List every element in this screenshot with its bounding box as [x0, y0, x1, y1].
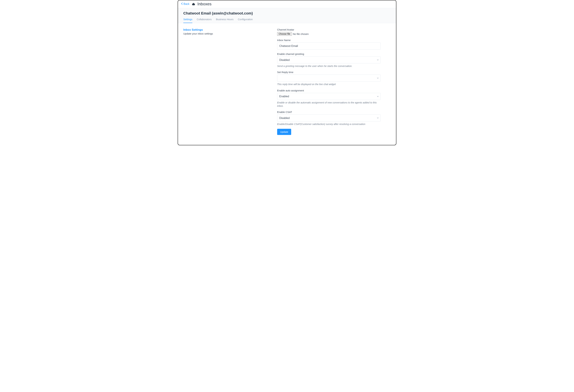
auto-assign-hint: Enable or disable the automatic assignme… — [277, 101, 381, 108]
csat-select[interactable]: Disabled — [277, 114, 381, 121]
section-subheading: Update your inbox settings — [183, 32, 270, 35]
inbox-name-input[interactable] — [277, 42, 381, 50]
file-status: No file chosen — [293, 33, 309, 35]
section-heading: Inbox Settings — [183, 28, 270, 32]
back-label: Back — [184, 2, 189, 5]
page-title: Inboxes — [198, 2, 211, 6]
inbox-name-label: Inbox Name — [277, 39, 381, 41]
tab-settings[interactable]: Settings — [183, 18, 192, 23]
update-button[interactable]: Update — [277, 129, 291, 135]
csat-hint: Enable/Disable CSAT(Customer satisfactio… — [277, 122, 381, 126]
greeting-select[interactable]: Disabled — [277, 56, 381, 63]
field-auto-assign: Enable auto assignment Enabled Enable or… — [277, 89, 381, 108]
tabs: Settings Collaborators Business Hours Co… — [183, 18, 391, 23]
tab-collaborators[interactable]: Collaborators — [197, 18, 211, 23]
greeting-hint: Send a greeting message to the user when… — [277, 64, 381, 68]
back-link[interactable]: Back — [181, 2, 189, 5]
field-channel-avatar: Channel Avatar Choose file No file chose… — [277, 28, 381, 36]
greeting-label: Enable channel greeting — [277, 53, 381, 55]
reply-time-hint: This reply time will be displayed on the… — [277, 83, 381, 86]
field-inbox-name: Inbox Name — [277, 39, 381, 50]
csat-label: Enable CSAT — [277, 111, 381, 113]
auto-assign-select[interactable]: Enabled — [277, 93, 381, 100]
chevron-left-icon — [181, 2, 183, 5]
tab-configuration[interactable]: Configuration — [238, 18, 253, 23]
tab-business-hours[interactable]: Business Hours — [216, 18, 233, 23]
form-col: Channel Avatar Choose file No file chose… — [277, 28, 381, 135]
field-csat: Enable CSAT Disabled Enable/Disable CSAT… — [277, 111, 381, 126]
reply-time-label: Set Reply time — [277, 71, 381, 74]
subheader: Chatwoot Email (aswin@chatwoot.com) Sett… — [178, 8, 396, 23]
field-reply-time: Set Reply time This reply time will be d… — [277, 71, 381, 86]
inbox-title: Chatwoot Email (aswin@chatwoot.com) — [183, 11, 391, 16]
choose-file-button[interactable]: Choose file — [277, 32, 292, 36]
field-greeting: Enable channel greeting Disabled Send a … — [277, 53, 381, 68]
auto-assign-label: Enable auto assignment — [277, 89, 381, 92]
content: Inbox Settings Update your inbox setting… — [178, 23, 396, 145]
topbar: Back Inboxes — [178, 0, 396, 8]
channel-avatar-label: Channel Avatar — [277, 28, 381, 31]
app-frame: Back Inboxes Chatwoot Email (aswin@chatw… — [178, 0, 396, 145]
reply-time-select[interactable] — [277, 75, 381, 82]
sidebar-col: Inbox Settings Update your inbox setting… — [183, 28, 270, 135]
inbox-icon — [192, 2, 195, 5]
